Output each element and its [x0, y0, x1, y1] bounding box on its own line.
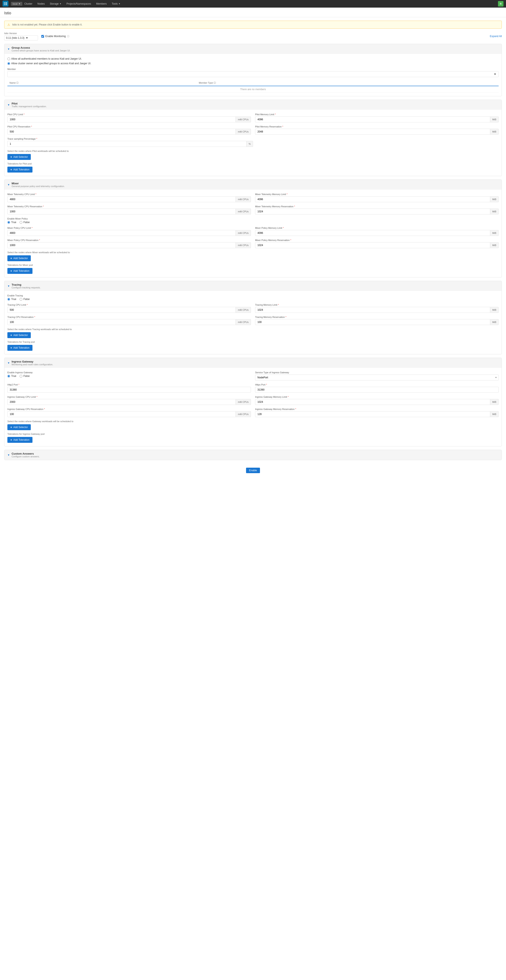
tracing-add-selector-button[interactable]: + Add Selector: [7, 332, 31, 338]
section-pilot: ▼ Pilot Traffic management configuration…: [4, 100, 502, 176]
version-select[interactable]: 0.11 (Istio 1.3.3) ▼: [4, 35, 38, 40]
user-avatar[interactable]: R: [498, 1, 503, 6]
allow-all-radio[interactable]: Allow all authenticated members to acces…: [7, 57, 499, 60]
ingress-memory-limit-group: Ingress Gateway Memory Limit * MiB: [255, 396, 499, 405]
mixer-selector-note: Select the nodes where Mixer workloads w…: [7, 251, 499, 254]
enable-button[interactable]: Enable: [246, 468, 260, 473]
section-tracing: ▼ Tracing Configure tracking requests. E…: [4, 281, 502, 354]
ingress-add-toleration-button[interactable]: + Add Toleration: [7, 437, 32, 443]
page-title: Istio: [4, 11, 502, 15]
ingress-cpu-limit-group: Ingress Gateway CPU Limit * milli CPUs: [7, 396, 251, 405]
section-tracing-header[interactable]: ▼ Tracing Configure tracking requests.: [5, 281, 501, 291]
tracing-cpu-reservation-input[interactable]: [7, 319, 236, 325]
section-ingress-header[interactable]: ▼ Ingress Gateway Monitoring and route r…: [5, 358, 501, 368]
tracing-add-toleration-button[interactable]: + Add Toleration: [7, 345, 32, 351]
pilot-add-toleration-button[interactable]: + Add Toleration: [7, 167, 32, 173]
allow-specified-radio[interactable]: Allow cluster owner and specified groups…: [7, 62, 499, 65]
mixer-policy-false-radio[interactable]: False: [19, 221, 30, 224]
tracing-toleration-note: Tolerations for Tracing pod: [7, 340, 499, 343]
ingress-add-selector-button[interactable]: + Add Selector: [7, 424, 31, 430]
mixer-pol-cpu-limit-input[interactable]: [7, 230, 236, 236]
expand-all-button[interactable]: Expand All: [490, 35, 502, 38]
brand-logo[interactable]: [3, 1, 8, 7]
tracing-cpu-limit-label: Tracing CPU Limit *: [7, 304, 251, 306]
mixer-policy-radio-group: True False: [7, 221, 499, 224]
mixer-policy-true-radio[interactable]: True: [7, 221, 16, 224]
mixer-add-toleration-button[interactable]: + Add Toleration: [7, 268, 32, 274]
section-pilot-header[interactable]: ▼ Pilot Traffic management configuration…: [5, 100, 501, 110]
pilot-add-selector-button[interactable]: + Add Selector: [7, 154, 31, 160]
member-dropdown[interactable]: ▼: [7, 71, 499, 77]
pilot-cpu-reservation-input[interactable]: [7, 129, 236, 135]
ingress-http2-port-label: Http2 Port *: [7, 383, 251, 386]
ingress-https-port-input[interactable]: [255, 387, 499, 393]
mixer-pol-memory-reservation-input[interactable]: [255, 242, 490, 248]
mixer-add-selector-button[interactable]: + Add Selector: [7, 255, 31, 261]
nav-item-storage[interactable]: Storage ▼: [48, 1, 64, 6]
enable-monitoring-checkbox[interactable]: Enable Monitoring ⓘ: [42, 35, 69, 38]
section-group-access: ▼ Group Access Control which groups have…: [4, 44, 502, 96]
tracing-true-radio[interactable]: True: [7, 298, 16, 301]
mixer-telemetry-cpu-memory-reservation-row: Mixer Telemetry CPU Reservation * milli …: [7, 205, 499, 215]
tracing-radio-group: True False: [7, 298, 499, 301]
tracing-false-radio[interactable]: False: [19, 298, 30, 301]
mixer-tel-memory-reservation-group: Mixer Telemetry Memory Reservation * MiB: [255, 205, 499, 215]
section-tracing-title: Tracing: [11, 283, 41, 286]
pilot-toleration-note: Tolerations for Pilot pod: [7, 162, 499, 165]
section-ingress-subtitle: Monitoring and route rules configuration…: [11, 363, 53, 366]
pilot-memory-reservation-input[interactable]: [255, 129, 490, 135]
nav-item-tools[interactable]: Tools ▼: [110, 1, 123, 6]
mixer-pol-cpu-reservation-input[interactable]: [7, 242, 236, 248]
ingress-cpu-limit-input[interactable]: [7, 399, 236, 405]
trace-sampling-unit: %: [246, 141, 253, 147]
ingress-cpu-reservation-input[interactable]: [7, 411, 236, 417]
tracing-memory-reservation-input[interactable]: [255, 319, 490, 325]
mixer-pol-memory-reservation-input-group: MiB: [255, 242, 499, 248]
ingress-enable-false-radio[interactable]: False: [19, 375, 30, 377]
mixer-tel-cpu-limit-input-group: milli CPUs: [7, 196, 251, 202]
ingress-service-type-select[interactable]: NodePort LoadBalancer ClusterIP: [255, 375, 499, 380]
pilot-memory-limit-input-group: MiB: [255, 116, 499, 123]
trace-sampling-input[interactable]: [7, 141, 246, 147]
nav-item-cluster[interactable]: Cluster: [22, 1, 35, 6]
mixer-pol-cpu-reservation-label: Mixer Policy CPU Reservation *: [7, 239, 251, 242]
mixer-tel-memory-limit-input[interactable]: [255, 196, 490, 202]
mixer-tel-cpu-limit-input[interactable]: [7, 196, 236, 202]
ingress-enable-radio-group: True False: [7, 375, 251, 377]
ingress-memory-reservation-input[interactable]: [255, 411, 490, 417]
ingress-http2-port-group: Http2 Port *: [7, 383, 251, 393]
pilot-memory-reservation-group: Pilot Memory Reservation * MiB: [255, 125, 499, 135]
section-mixer-subtitle: General purpose policy and telemetry con…: [11, 185, 65, 188]
environment-badge[interactable]: local ▼: [11, 2, 22, 6]
tracing-selector-note: Select the nodes where Tracing workloads…: [7, 328, 499, 331]
mixer-add-toleration-plus-icon: +: [10, 269, 12, 273]
pilot-cpu-limit-input[interactable]: [7, 116, 236, 123]
mixer-pol-memory-limit-group: Mixer Policy Memory Limit * MiB: [255, 227, 499, 236]
tracing-cpu-limit-input[interactable]: [7, 307, 236, 313]
version-selector-wrapper: Istio Version 0.11 (Istio 1.3.3) ▼: [4, 32, 38, 40]
ingress-memory-limit-unit: MiB: [490, 399, 499, 405]
mixer-tel-memory-reservation-unit: MiB: [490, 208, 499, 215]
nav-item-nodes[interactable]: Nodes: [35, 1, 47, 6]
pilot-memory-limit-input[interactable]: [255, 116, 490, 123]
nav-item-projects[interactable]: Projects/Namespaces: [64, 1, 93, 6]
section-mixer-header[interactable]: ▼ Mixer General purpose policy and telem…: [5, 180, 501, 189]
ingress-memory-limit-input[interactable]: [255, 399, 490, 405]
mixer-tel-cpu-reservation-input[interactable]: [7, 208, 236, 215]
nav-item-members[interactable]: Members: [94, 1, 109, 6]
section-ingress-gateway: ▼ Ingress Gateway Monitoring and route r…: [4, 358, 502, 446]
section-custom-answers-header[interactable]: ▼ Custom Answers Configure custom answer…: [5, 450, 501, 460]
ingress-service-type-group: Service Type of Ingress Gateway NodePort…: [255, 371, 499, 380]
ingress-http2-port-input[interactable]: [7, 387, 251, 393]
mixer-tel-memory-reservation-input[interactable]: [255, 208, 490, 215]
tracing-memory-limit-input[interactable]: [255, 307, 490, 313]
tracing-memory-limit-label: Tracing Memory Limit *: [255, 304, 499, 306]
tracing-memory-reservation-label: Tracing Memory Reservation *: [255, 316, 499, 318]
ingress-enable-true-radio[interactable]: True: [7, 375, 16, 377]
mixer-pol-memory-limit-input[interactable]: [255, 230, 490, 236]
ingress-add-toleration-plus-icon: +: [10, 438, 12, 442]
section-group-access-header[interactable]: ▼ Group Access Control which groups have…: [5, 44, 501, 54]
mixer-policy-cpu-memory-limit-row: Mixer Policy CPU Limit * milli CPUs Mixe…: [7, 227, 499, 236]
pilot-arrow-icon: ▼: [7, 103, 10, 107]
mixer-tel-cpu-limit-group: Mixer Telemetry CPU Limit * milli CPUs: [7, 193, 251, 202]
